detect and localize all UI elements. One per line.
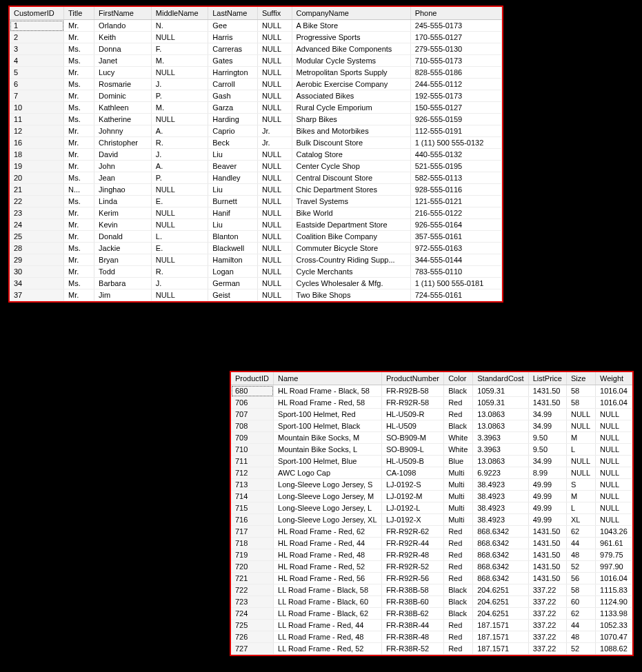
table-cell[interactable]: 216-555-0122 <box>410 207 501 219</box>
table-cell[interactable]: 13.0863 <box>473 420 528 432</box>
table-cell[interactable]: Multi <box>444 502 473 514</box>
table-cell[interactable]: 961.61 <box>596 538 632 549</box>
table-cell[interactable]: 1431.50 <box>528 538 566 549</box>
table-cell[interactable]: NULL <box>566 420 595 432</box>
table-cell[interactable]: Sport-100 Helmet, Red <box>274 409 382 420</box>
table-cell[interactable]: NULL <box>151 184 208 196</box>
table-cell[interactable]: NULL <box>257 90 292 102</box>
table-cell[interactable]: 38.4923 <box>473 491 528 502</box>
table-row[interactable]: 716Long-Sleeve Logo Jersey, XLLJ-0192-XM… <box>231 514 632 526</box>
customers-header[interactable]: FirstName <box>94 7 152 20</box>
table-cell[interactable]: 11 <box>10 114 64 125</box>
table-cell[interactable]: Donna <box>94 43 152 55</box>
table-cell[interactable]: Long-Sleeve Logo Jersey, XL <box>274 514 382 526</box>
table-row[interactable]: 25Mr.DonaldL.BlantonNULLCoalition Bike C… <box>10 231 502 243</box>
table-row[interactable]: 712AWC Logo CapCA-1098Multi6.92238.99NUL… <box>231 467 632 479</box>
table-row[interactable]: 22Ms.LindaE.BurnettNULLTravel Systems121… <box>10 196 502 207</box>
table-cell[interactable]: 3 <box>10 43 64 55</box>
products-header[interactable]: ProductNumber <box>381 372 443 385</box>
table-cell[interactable]: 48 <box>566 631 595 643</box>
table-cell[interactable]: Jim <box>94 289 152 301</box>
table-cell[interactable]: Lucy <box>94 67 152 79</box>
table-cell[interactable]: 718 <box>231 538 274 549</box>
table-row[interactable]: 680HL Road Frame - Black, 58FR-R92B-58Bl… <box>231 385 632 397</box>
table-cell[interactable]: Sharp Bikes <box>292 114 410 125</box>
table-row[interactable]: 707Sport-100 Helmet, RedHL-U509-RRed13.0… <box>231 409 632 420</box>
products-grid[interactable]: ProductIDNameProductNumberColorStandardC… <box>230 371 634 656</box>
table-cell[interactable]: Blanton <box>208 231 258 243</box>
table-cell[interactable]: Rosmarie <box>94 79 152 90</box>
table-cell[interactable]: Black <box>444 596 473 608</box>
table-cell[interactable]: HL Road Frame - Red, 48 <box>274 549 382 561</box>
table-cell[interactable]: Long-Sleeve Logo Jersey, L <box>274 502 382 514</box>
table-cell[interactable]: Red <box>444 526 473 538</box>
table-row[interactable]: 10Ms.KathleenM.GarzaNULLRural Cycle Empo… <box>10 102 502 114</box>
table-cell[interactable]: HL Road Frame - Red, 52 <box>274 561 382 573</box>
table-cell[interactable]: M <box>566 491 595 502</box>
customers-header[interactable]: Suffix <box>257 7 292 20</box>
table-cell[interactable]: 1431.50 <box>528 397 566 409</box>
table-cell[interactable]: Black <box>444 385 473 397</box>
table-cell[interactable]: John <box>94 161 152 172</box>
table-cell[interactable]: Black <box>444 584 473 596</box>
table-cell[interactable]: 44 <box>566 620 595 631</box>
customers-header[interactable]: CustomerID <box>10 7 64 20</box>
table-cell[interactable]: Blackwell <box>208 243 258 254</box>
table-cell[interactable]: 34.99 <box>528 420 566 432</box>
table-cell[interactable]: 38.4923 <box>473 479 528 491</box>
table-cell[interactable]: 2 <box>10 32 64 43</box>
table-cell[interactable]: 725 <box>231 620 274 631</box>
table-cell[interactable]: Travel Systems <box>292 196 410 207</box>
table-cell[interactable]: Commuter Bicycle Store <box>292 243 410 254</box>
table-cell[interactable]: P. <box>151 90 208 102</box>
table-cell[interactable]: 7 <box>10 90 64 102</box>
table-cell[interactable]: 1431.50 <box>528 385 566 397</box>
table-cell[interactable]: 972-555-0163 <box>410 243 501 254</box>
table-cell[interactable]: Progressive Sports <box>292 32 410 43</box>
products-header[interactable]: ListPrice <box>528 372 566 385</box>
table-cell[interactable]: 44 <box>566 538 595 549</box>
table-cell[interactable]: NULL <box>151 289 208 301</box>
table-cell[interactable]: Mr. <box>64 254 94 266</box>
table-cell[interactable]: FR-R92B-58 <box>381 385 443 397</box>
customers-table[interactable]: CustomerIDTitleFirstNameMiddleNameLastNa… <box>10 7 502 301</box>
table-cell[interactable]: Mr. <box>64 161 94 172</box>
table-cell[interactable]: 28 <box>10 243 64 254</box>
table-cell[interactable]: 828-555-0186 <box>410 67 501 79</box>
table-cell[interactable]: Red <box>444 573 473 584</box>
table-cell[interactable]: 23 <box>10 207 64 219</box>
table-cell[interactable]: Multi <box>444 514 473 526</box>
table-cell[interactable]: Ms. <box>64 43 94 55</box>
table-cell[interactable]: 34.99 <box>528 409 566 420</box>
table-cell[interactable]: Mr. <box>64 219 94 231</box>
table-cell[interactable]: 723 <box>231 596 274 608</box>
table-cell[interactable]: L <box>566 444 595 456</box>
table-cell[interactable]: 1052.33 <box>596 620 632 631</box>
table-cell[interactable]: Rural Cycle Emporium <box>292 102 410 114</box>
table-cell[interactable]: Janet <box>94 55 152 67</box>
table-cell[interactable]: 997.90 <box>596 561 632 573</box>
table-cell[interactable]: Red <box>444 409 473 420</box>
table-cell[interactable]: 706 <box>231 397 274 409</box>
table-cell[interactable]: 10 <box>10 102 64 114</box>
table-row[interactable]: 2Mr.KeithNULLHarrisNULLProgressive Sport… <box>10 32 502 43</box>
table-cell[interactable]: N. <box>151 20 208 32</box>
table-cell[interactable]: 1 (11) 500 555-0132 <box>410 137 501 149</box>
table-row[interactable]: 18Mr.DavidJ.LiuNULLCatalog Store440-555-… <box>10 149 502 161</box>
table-cell[interactable]: HL-U509-B <box>381 456 443 467</box>
table-row[interactable]: 28Ms.JackieE.BlackwellNULLCommuter Bicyc… <box>10 243 502 254</box>
table-cell[interactable]: Ms. <box>64 114 94 125</box>
table-cell[interactable]: LJ-0192-L <box>381 502 443 514</box>
table-cell[interactable]: NULL <box>566 409 595 420</box>
table-cell[interactable]: 337.22 <box>528 584 566 596</box>
table-cell[interactable]: Mountain Bike Socks, L <box>274 444 382 456</box>
table-cell[interactable]: NULL <box>566 467 595 479</box>
table-cell[interactable]: Mr. <box>64 32 94 43</box>
table-cell[interactable]: FR-R92R-56 <box>381 573 443 584</box>
table-cell[interactable]: 187.1571 <box>473 620 528 631</box>
table-cell[interactable]: FR-R38R-44 <box>381 620 443 631</box>
table-cell[interactable]: 783-555-0110 <box>410 266 501 278</box>
table-cell[interactable]: NULL <box>596 467 632 479</box>
table-row[interactable]: 709Mountain Bike Socks, MSO-B909-MWhite3… <box>231 432 632 444</box>
table-cell[interactable]: Jackie <box>94 243 152 254</box>
